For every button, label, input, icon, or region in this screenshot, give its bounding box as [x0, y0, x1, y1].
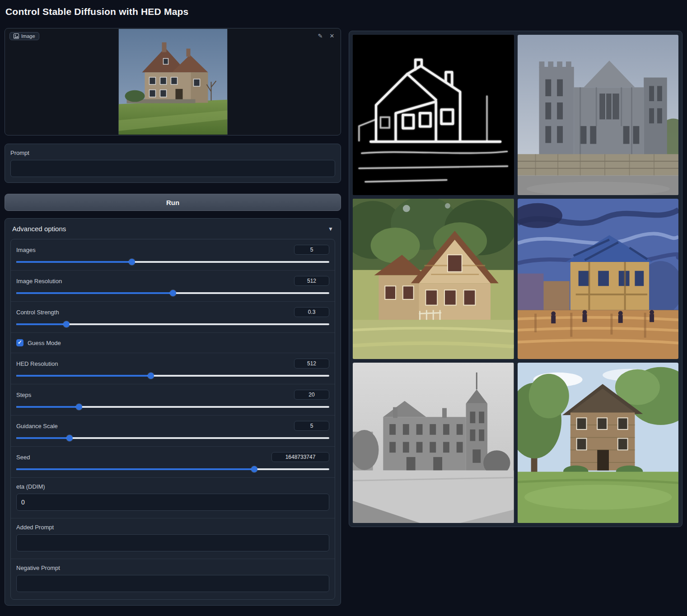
guidance-scale-slider-value[interactable]: 5 — [294, 421, 329, 431]
guess-mode-checkbox[interactable] — [16, 339, 23, 346]
gallery-image-stone-cathedral[interactable] — [518, 35, 679, 195]
hed-resolution-slider-handle[interactable] — [148, 373, 154, 379]
guidance-scale-slider-fill — [16, 437, 70, 439]
edit-image-button[interactable]: ✎ — [315, 31, 325, 41]
gallery-image-country-house[interactable] — [518, 363, 679, 523]
eta-row: eta (DDIM) — [11, 477, 335, 518]
uploaded-house-photo[interactable] — [118, 29, 227, 135]
collapse-caret-icon: ▼ — [328, 226, 333, 232]
image-resolution-slider-row: Image Resolution 512 — [11, 270, 335, 301]
images-slider-label: Images — [16, 247, 36, 253]
guidance-scale-slider-label: Guidance Scale — [16, 423, 58, 429]
steps-slider-row: Steps 20 — [11, 384, 335, 415]
added-prompt-label: Added Prompt — [16, 524, 329, 531]
guess-mode-row: Guess Mode — [11, 332, 335, 353]
gallery-image-hed-edge-map[interactable] — [353, 35, 514, 195]
image-resolution-slider-fill — [16, 292, 173, 294]
seed-slider-label: Seed — [16, 454, 30, 461]
steps-slider-fill — [16, 406, 79, 408]
control-strength-slider-label: Control Strength — [16, 309, 59, 316]
steps-slider-handle[interactable] — [76, 404, 82, 410]
hed-resolution-slider-label: HED Resolution — [16, 360, 58, 367]
image-icon — [14, 33, 19, 39]
eta-input[interactable] — [16, 494, 329, 511]
negative-prompt-input[interactable] — [16, 575, 329, 592]
seed-slider-handle[interactable] — [251, 466, 257, 472]
hed-edge-map-image — [353, 35, 514, 195]
steps-slider[interactable] — [16, 406, 329, 408]
prompt-input[interactable] — [10, 160, 335, 177]
page-title: Control Stable Diffusion with HED Maps — [5, 6, 188, 17]
advanced-options-panel: Advanced options ▼ Images 5 Imag — [5, 218, 341, 606]
stylized-painting-image — [518, 199, 679, 359]
run-button[interactable]: Run — [5, 194, 341, 211]
images-slider[interactable] — [16, 261, 329, 263]
gallery-grid — [353, 35, 678, 523]
steps-slider-value[interactable]: 20 — [294, 390, 329, 400]
negative-prompt-label: Negative Prompt — [16, 565, 329, 571]
images-slider-row: Images 5 — [11, 239, 335, 270]
control-strength-slider[interactable] — [16, 323, 329, 325]
hed-resolution-slider-value[interactable]: 512 — [294, 359, 329, 369]
steps-slider-label: Steps — [16, 392, 31, 398]
app-window: Control Stable Diffusion with HED Maps I… — [0, 0, 687, 616]
hed-resolution-slider[interactable] — [16, 375, 329, 377]
hed-resolution-slider-row: HED Resolution 512 — [11, 353, 335, 384]
control-strength-slider-row: Control Strength 0.3 — [11, 301, 335, 332]
hed-resolution-slider-fill — [16, 375, 151, 377]
negative-prompt-row: Negative Prompt — [11, 559, 335, 599]
stone-cathedral-image — [518, 35, 679, 195]
guess-mode-label[interactable]: Guess Mode — [28, 340, 61, 346]
guidance-scale-slider[interactable] — [16, 437, 329, 439]
guidance-scale-slider-row: Guidance Scale 5 — [11, 415, 335, 446]
image-resolution-slider-label: Image Resolution — [16, 278, 62, 285]
image-label-badge: Image — [9, 32, 39, 40]
clear-image-button[interactable]: ✕ — [327, 31, 337, 41]
image-resolution-slider[interactable] — [16, 292, 329, 294]
gallery-image-bw-building[interactable] — [353, 363, 514, 523]
gallery-image-stylized-painting[interactable] — [518, 199, 679, 359]
bw-building-image — [353, 363, 514, 523]
images-slider-value[interactable]: 5 — [294, 245, 329, 255]
seed-slider-row: Seed 1648733747 — [11, 446, 335, 477]
image-resolution-slider-value[interactable]: 512 — [294, 276, 329, 286]
control-strength-slider-fill — [16, 323, 66, 325]
prompt-label: Prompt — [10, 149, 335, 156]
control-strength-slider-handle[interactable] — [63, 321, 70, 327]
images-slider-handle[interactable] — [129, 259, 135, 265]
guidance-scale-slider-handle[interactable] — [66, 435, 73, 441]
wooden-house-image — [353, 199, 514, 359]
added-prompt-row: Added Prompt — [11, 518, 335, 559]
images-slider-fill — [16, 261, 132, 263]
seed-slider-value[interactable]: 1648733747 — [271, 452, 329, 462]
house-photo-image — [118, 29, 227, 135]
advanced-options-header[interactable]: Advanced options ▼ — [10, 225, 335, 239]
control-strength-slider-value[interactable]: 0.3 — [294, 307, 329, 317]
input-column: Image ✎ ✕ — [5, 28, 341, 606]
seed-slider[interactable] — [16, 468, 329, 470]
eta-label: eta (DDIM) — [16, 483, 329, 490]
seed-slider-fill — [16, 468, 254, 470]
advanced-options-group: Images 5 Image Resolution 512 — [10, 239, 335, 600]
gallery-image-wooden-house[interactable] — [353, 199, 514, 359]
image-actions: ✎ ✕ — [315, 31, 337, 41]
prompt-group: Prompt — [5, 144, 341, 183]
result-gallery — [349, 31, 682, 527]
image-resolution-slider-handle[interactable] — [170, 290, 176, 296]
advanced-options-title: Advanced options — [12, 225, 66, 233]
image-label: Image — [21, 33, 35, 39]
image-upload-area[interactable]: Image ✎ ✕ — [5, 28, 341, 135]
added-prompt-input[interactable] — [16, 534, 329, 551]
country-house-image — [518, 363, 679, 523]
